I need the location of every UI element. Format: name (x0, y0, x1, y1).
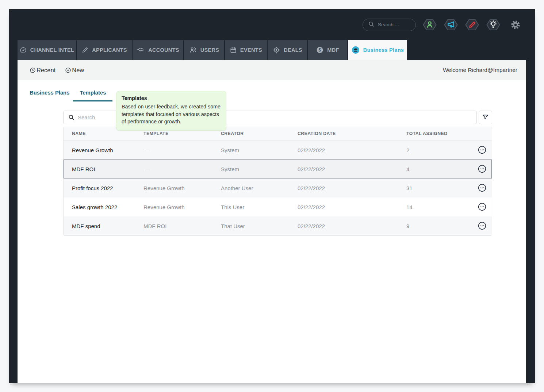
cell-creator: Another User (221, 185, 298, 191)
plus-circle-icon (65, 67, 71, 73)
subtab-business-plans[interactable]: Business Plans (30, 90, 69, 100)
tab-label: Business Plans (363, 47, 404, 53)
actions-bar: Recent New Welcome Richard@Impartner (18, 60, 526, 80)
ellipsis-circle-icon (478, 183, 487, 192)
cell-template: — (143, 147, 221, 153)
tab-label: DEALS (284, 47, 302, 53)
pencil-hex-button[interactable] (465, 17, 479, 32)
table-row[interactable]: Revenue Growth — System 02/22/2022 2 (64, 141, 492, 160)
cell-total-assigned: 31 (406, 185, 474, 191)
row-menu-button[interactable] (477, 183, 487, 193)
ellipsis-circle-icon (478, 202, 487, 211)
templates-table: NAME TEMPLATE CREATOR CREATION DATE TOTA… (63, 127, 492, 236)
templates-tooltip: Templates Based on user feedback, we cre… (116, 91, 226, 131)
tab-accounts[interactable]: ACCOUNTS (133, 40, 183, 60)
cell-creation-date: 02/22/2022 (298, 204, 406, 210)
sub-tab-bar: Business Plans Templates (30, 90, 526, 101)
settings-button[interactable] (510, 19, 521, 30)
col-header-creator: CREATOR (221, 131, 298, 136)
user-hex-button[interactable] (422, 17, 437, 32)
tab-channel-intel[interactable]: CHANNEL INTEL (18, 40, 76, 60)
table-row[interactable]: MDF spend MDF ROI That User 02/22/2022 9 (64, 216, 492, 235)
target-icon (272, 46, 280, 54)
recent-label: Recent (37, 67, 55, 74)
cell-name: Revenue Growth (72, 147, 143, 153)
tooltip-body: Based on user feedback, we created some … (122, 103, 221, 126)
lightbulb-hex-button[interactable] (486, 17, 501, 32)
tab-label: ACCOUNTS (148, 47, 179, 53)
cell-template: — (143, 166, 221, 172)
cell-name: MDF ROI (72, 166, 143, 172)
row-menu-button[interactable] (477, 202, 487, 212)
table-row-selected[interactable]: MDF ROI — System 02/22/2022 4 (64, 160, 492, 178)
table-row[interactable]: Profit focus 2022 Revenue Growth Another… (64, 178, 492, 197)
cell-creator: System (221, 147, 298, 153)
cell-creation-date: 02/22/2022 (298, 223, 406, 229)
row-menu-button[interactable] (477, 221, 487, 231)
cell-template: MDF ROI (143, 223, 221, 229)
new-button[interactable]: New (65, 67, 84, 74)
cell-name: MDF spend (72, 223, 143, 229)
top-bar (9, 9, 535, 40)
row-menu-button[interactable] (477, 164, 487, 174)
cell-creator: System (221, 166, 298, 172)
dollar-icon: $ (316, 46, 324, 54)
col-header-template: TEMPLATE (143, 131, 221, 136)
cell-total-assigned: 4 (406, 166, 474, 172)
gauge-icon (19, 46, 27, 54)
row-menu-button[interactable] (477, 145, 487, 155)
cell-name: Sales growth 2022 (72, 204, 143, 210)
cell-total-assigned: 9 (406, 223, 474, 229)
search-icon (68, 114, 75, 121)
global-search-input[interactable] (378, 22, 409, 27)
cell-template: Revenue Growth (143, 204, 221, 210)
cell-total-assigned: 14 (406, 204, 474, 210)
cell-name: Profit focus 2022 (72, 185, 143, 191)
cell-creator: That User (221, 223, 298, 229)
subtab-templates[interactable]: Templates (73, 90, 112, 101)
briefcase-icon (351, 46, 360, 54)
cell-template: Revenue Growth (143, 185, 221, 191)
cell-creator: This User (221, 204, 298, 210)
pencil-icon (81, 46, 89, 54)
tab-deals[interactable]: DEALS (268, 40, 307, 60)
users-icon (189, 46, 197, 54)
recent-button[interactable]: Recent (30, 67, 55, 74)
search-icon (368, 21, 375, 29)
funnel-icon (482, 114, 489, 121)
col-header-creation-date: CREATION DATE (298, 131, 406, 136)
tab-label: USERS (200, 47, 219, 53)
ellipsis-circle-icon (478, 221, 487, 230)
cell-total-assigned: 2 (406, 147, 474, 153)
clock-icon (30, 67, 36, 73)
new-label: New (72, 67, 84, 74)
tab-applicants[interactable]: APPLICANTS (77, 40, 132, 60)
cell-creation-date: 02/22/2022 (298, 166, 406, 172)
ellipsis-circle-icon (478, 145, 487, 154)
tab-users[interactable]: USERS (184, 40, 224, 60)
tab-mdf[interactable]: $ MDF (308, 40, 347, 60)
main-tab-bar: CHANNEL INTEL APPLICANTS ACCOUNTS USERS … (9, 40, 535, 60)
tab-label: CHANNEL INTEL (30, 47, 74, 53)
calendar-icon (230, 46, 237, 54)
global-search[interactable] (363, 19, 416, 31)
megaphone-hex-button[interactable] (444, 17, 458, 32)
tab-business-plans[interactable]: Business Plans (348, 40, 407, 60)
content-area: Recent New Welcome Richard@Impartner Bus… (18, 60, 526, 383)
gear-icon (510, 19, 521, 30)
tab-events[interactable]: EVENTS (225, 40, 267, 60)
page-body: Business Plans Templates Templates Based… (18, 80, 526, 383)
tooltip-title: Templates (122, 95, 221, 101)
cell-creation-date: 02/22/2022 (298, 185, 406, 191)
cell-creation-date: 02/22/2022 (298, 147, 406, 153)
col-header-total-assigned: TOTAL ASSIGNED (406, 131, 474, 136)
svg-text:$: $ (319, 47, 321, 53)
col-header-name: NAME (72, 131, 143, 136)
tab-label: APPLICANTS (92, 47, 127, 53)
tab-label: EVENTS (240, 47, 262, 53)
app-window: CHANNEL INTEL APPLICANTS ACCOUNTS USERS … (9, 9, 535, 383)
welcome-text: Welcome Richard@Impartner (443, 67, 517, 73)
handshake-icon (137, 46, 145, 54)
filter-button[interactable] (479, 111, 492, 124)
table-row[interactable]: Sales growth 2022 Revenue Growth This Us… (64, 197, 492, 216)
